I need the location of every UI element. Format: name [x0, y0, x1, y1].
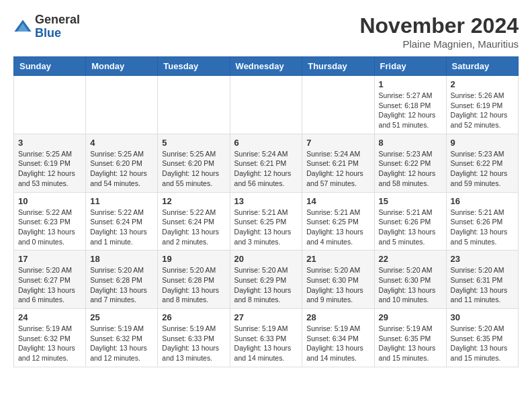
- day-info: Sunrise: 5:22 AMSunset: 6:24 PMDaylight:…: [90, 208, 153, 247]
- day-info: Sunrise: 5:23 AMSunset: 6:22 PMDaylight:…: [379, 149, 442, 189]
- day-info: Sunrise: 5:19 AMSunset: 6:35 PMDaylight:…: [379, 324, 442, 363]
- calendar-day-cell: 12Sunrise: 5:22 AMSunset: 6:24 PMDayligh…: [158, 192, 230, 250]
- calendar-day-cell: 5Sunrise: 5:25 AMSunset: 6:20 PMDaylight…: [158, 134, 230, 192]
- day-number: 11: [90, 196, 153, 206]
- day-info: Sunrise: 5:21 AMSunset: 6:25 PMDaylight:…: [306, 208, 369, 247]
- calendar-day-cell: 14Sunrise: 5:21 AMSunset: 6:25 PMDayligh…: [302, 192, 374, 250]
- calendar-day-cell: 30Sunrise: 5:20 AMSunset: 6:35 PMDayligh…: [446, 309, 518, 367]
- day-info: Sunrise: 5:19 AMSunset: 6:34 PMDaylight:…: [306, 324, 369, 363]
- day-number: 26: [162, 312, 225, 322]
- day-info: Sunrise: 5:20 AMSunset: 6:27 PMDaylight:…: [18, 265, 81, 305]
- day-number: 25: [90, 312, 153, 322]
- day-number: 15: [379, 196, 442, 206]
- calendar-day-cell: 22Sunrise: 5:20 AMSunset: 6:30 PMDayligh…: [374, 250, 446, 309]
- day-number: 13: [234, 196, 298, 206]
- day-number: 7: [306, 138, 369, 148]
- day-info: Sunrise: 5:20 AMSunset: 6:31 PMDaylight:…: [451, 265, 514, 305]
- month-title: November 2024: [359, 13, 519, 38]
- calendar-header: SundayMondayTuesdayWednesdayThursdayFrid…: [14, 57, 519, 76]
- day-number: 14: [306, 196, 369, 206]
- calendar-week-row: 24Sunrise: 5:19 AMSunset: 6:32 PMDayligh…: [14, 309, 519, 367]
- calendar-day-cell: 16Sunrise: 5:21 AMSunset: 6:26 PMDayligh…: [446, 192, 518, 250]
- day-info: Sunrise: 5:19 AMSunset: 6:32 PMDaylight:…: [90, 324, 153, 363]
- day-info: Sunrise: 5:26 AMSunset: 6:19 PMDaylight:…: [451, 91, 514, 130]
- day-number: 27: [234, 312, 298, 322]
- day-info: Sunrise: 5:24 AMSunset: 6:21 PMDaylight:…: [234, 149, 298, 189]
- calendar-week-row: 3Sunrise: 5:25 AMSunset: 6:19 PMDaylight…: [14, 134, 519, 192]
- day-number: 8: [379, 138, 442, 148]
- logo: General Blue: [13, 13, 80, 40]
- day-info: Sunrise: 5:20 AMSunset: 6:35 PMDaylight:…: [451, 324, 514, 363]
- day-info: Sunrise: 5:22 AMSunset: 6:24 PMDaylight:…: [162, 208, 225, 247]
- calendar-day-cell: 6Sunrise: 5:24 AMSunset: 6:21 PMDaylight…: [230, 134, 302, 192]
- page-header: General Blue November 2024 Plaine Magnie…: [13, 13, 519, 50]
- day-number: 4: [90, 138, 153, 148]
- calendar-day-cell: 19Sunrise: 5:20 AMSunset: 6:28 PMDayligh…: [158, 250, 230, 309]
- calendar-day-header: Thursday: [302, 57, 374, 76]
- calendar-day-cell: 4Sunrise: 5:25 AMSunset: 6:20 PMDaylight…: [86, 134, 158, 192]
- day-info: Sunrise: 5:20 AMSunset: 6:29 PMDaylight:…: [234, 265, 298, 305]
- day-number: 9: [451, 138, 514, 148]
- day-number: 17: [18, 254, 81, 264]
- day-info: Sunrise: 5:24 AMSunset: 6:21 PMDaylight:…: [306, 149, 369, 189]
- calendar-day-header: Tuesday: [158, 57, 230, 76]
- calendar-week-row: 1Sunrise: 5:27 AMSunset: 6:18 PMDaylight…: [14, 76, 519, 134]
- day-info: Sunrise: 5:21 AMSunset: 6:25 PMDaylight:…: [234, 208, 298, 247]
- day-number: 24: [18, 312, 81, 322]
- calendar-day-cell: 29Sunrise: 5:19 AMSunset: 6:35 PMDayligh…: [374, 309, 446, 367]
- calendar-week-row: 10Sunrise: 5:22 AMSunset: 6:23 PMDayligh…: [14, 192, 519, 250]
- day-info: Sunrise: 5:19 AMSunset: 6:32 PMDaylight:…: [18, 324, 81, 363]
- calendar-table: SundayMondayTuesdayWednesdayThursdayFrid…: [13, 56, 519, 367]
- day-number: 12: [162, 196, 225, 206]
- day-info: Sunrise: 5:25 AMSunset: 6:20 PMDaylight:…: [90, 149, 153, 189]
- calendar-day-cell: 24Sunrise: 5:19 AMSunset: 6:32 PMDayligh…: [14, 309, 86, 367]
- calendar-day-cell: 8Sunrise: 5:23 AMSunset: 6:22 PMDaylight…: [374, 134, 446, 192]
- day-info: Sunrise: 5:21 AMSunset: 6:26 PMDaylight:…: [379, 208, 442, 247]
- calendar-day-cell: 26Sunrise: 5:19 AMSunset: 6:33 PMDayligh…: [158, 309, 230, 367]
- calendar-day-header: Sunday: [14, 57, 86, 76]
- day-number: 30: [451, 312, 514, 322]
- calendar-body: 1Sunrise: 5:27 AMSunset: 6:18 PMDaylight…: [14, 76, 519, 367]
- calendar-day-cell: [230, 76, 302, 134]
- day-number: 16: [451, 196, 514, 206]
- day-info: Sunrise: 5:25 AMSunset: 6:20 PMDaylight:…: [162, 149, 225, 189]
- day-info: Sunrise: 5:22 AMSunset: 6:23 PMDaylight:…: [18, 208, 81, 247]
- day-number: 6: [234, 138, 298, 148]
- day-info: Sunrise: 5:20 AMSunset: 6:30 PMDaylight:…: [379, 265, 442, 305]
- calendar-week-row: 17Sunrise: 5:20 AMSunset: 6:27 PMDayligh…: [14, 250, 519, 309]
- day-info: Sunrise: 5:20 AMSunset: 6:30 PMDaylight:…: [306, 265, 369, 305]
- day-info: Sunrise: 5:25 AMSunset: 6:19 PMDaylight:…: [18, 149, 81, 189]
- calendar-day-cell: 3Sunrise: 5:25 AMSunset: 6:19 PMDaylight…: [14, 134, 86, 192]
- calendar-day-header: Saturday: [446, 57, 518, 76]
- calendar-day-cell: [86, 76, 158, 134]
- calendar-day-cell: 10Sunrise: 5:22 AMSunset: 6:23 PMDayligh…: [14, 192, 86, 250]
- day-number: 1: [379, 79, 442, 89]
- day-number: 28: [306, 312, 369, 322]
- day-number: 3: [18, 138, 81, 148]
- calendar-day-cell: 17Sunrise: 5:20 AMSunset: 6:27 PMDayligh…: [14, 250, 86, 309]
- calendar-day-cell: 13Sunrise: 5:21 AMSunset: 6:25 PMDayligh…: [230, 192, 302, 250]
- calendar-day-cell: 20Sunrise: 5:20 AMSunset: 6:29 PMDayligh…: [230, 250, 302, 309]
- calendar-day-cell: 11Sunrise: 5:22 AMSunset: 6:24 PMDayligh…: [86, 192, 158, 250]
- day-number: 23: [451, 254, 514, 264]
- calendar-day-cell: 15Sunrise: 5:21 AMSunset: 6:26 PMDayligh…: [374, 192, 446, 250]
- day-info: Sunrise: 5:19 AMSunset: 6:33 PMDaylight:…: [162, 324, 225, 363]
- title-section: November 2024 Plaine Magnien, Mauritius: [359, 13, 519, 50]
- logo-text: General Blue: [35, 13, 80, 40]
- day-number: 2: [451, 79, 514, 89]
- calendar-day-cell: [14, 76, 86, 134]
- day-info: Sunrise: 5:19 AMSunset: 6:33 PMDaylight:…: [234, 324, 298, 363]
- calendar-day-cell: 23Sunrise: 5:20 AMSunset: 6:31 PMDayligh…: [446, 250, 518, 309]
- day-info: Sunrise: 5:27 AMSunset: 6:18 PMDaylight:…: [379, 91, 442, 130]
- day-number: 29: [379, 312, 442, 322]
- calendar-day-header: Monday: [86, 57, 158, 76]
- calendar-day-cell: 2Sunrise: 5:26 AMSunset: 6:19 PMDaylight…: [446, 76, 518, 134]
- day-number: 21: [306, 254, 369, 264]
- calendar-day-cell: 21Sunrise: 5:20 AMSunset: 6:30 PMDayligh…: [302, 250, 374, 309]
- calendar-day-cell: 28Sunrise: 5:19 AMSunset: 6:34 PMDayligh…: [302, 309, 374, 367]
- calendar-day-cell: 27Sunrise: 5:19 AMSunset: 6:33 PMDayligh…: [230, 309, 302, 367]
- calendar-day-header: Wednesday: [230, 57, 302, 76]
- calendar-day-cell: [302, 76, 374, 134]
- calendar-day-cell: 18Sunrise: 5:20 AMSunset: 6:28 PMDayligh…: [86, 250, 158, 309]
- day-number: 20: [234, 254, 298, 264]
